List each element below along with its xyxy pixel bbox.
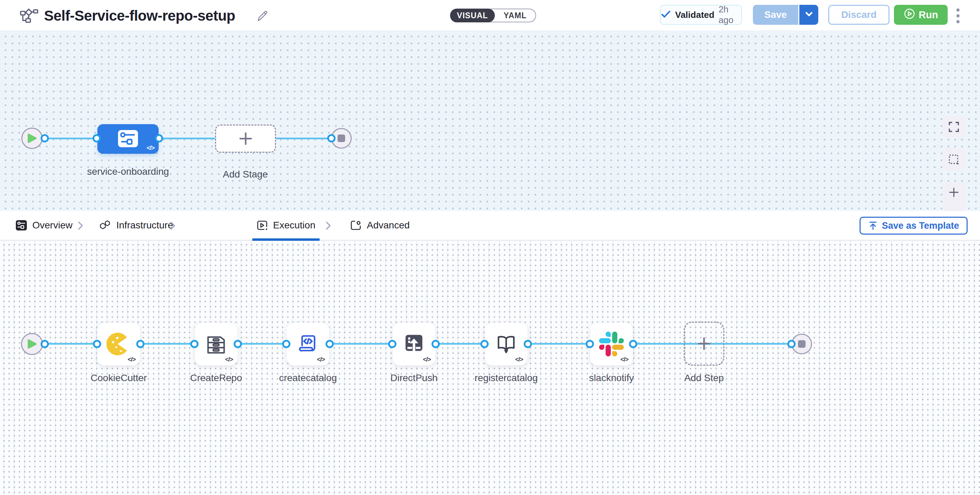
tab-label: Advanced (367, 220, 410, 231)
tab-overview[interactable]: Overview (16, 211, 73, 240)
play-circle-icon (904, 8, 915, 22)
play-icon (27, 133, 37, 143)
add-step-node[interactable] (684, 322, 724, 366)
toggle-visual[interactable]: VISUAL (450, 9, 495, 22)
step-label: createcatalog (267, 371, 349, 385)
connector-port[interactable] (282, 340, 290, 348)
add-step-label: Add Step (663, 371, 745, 385)
play-icon (27, 339, 37, 349)
save-button[interactable]: Save (753, 5, 798, 25)
cookiecutter-icon (106, 331, 132, 357)
code-laptop-icon (296, 332, 320, 356)
zoom-in-button[interactable] (949, 187, 959, 199)
chevron-right-icon (78, 221, 83, 232)
execution-steps-canvas[interactable]: </> </> </> (0, 241, 980, 495)
advanced-gear-icon (350, 220, 361, 230)
connector-port[interactable] (431, 340, 440, 348)
chevron-down-icon (805, 10, 813, 19)
yaml-code-badge: </> (423, 356, 431, 363)
connector-port[interactable] (41, 340, 49, 348)
pipeline-edge (32, 138, 342, 139)
step-node-directpush[interactable]: </> (392, 322, 436, 366)
stop-icon (798, 340, 805, 348)
connector-port[interactable] (388, 340, 396, 348)
connector-port[interactable] (136, 340, 145, 348)
run-label: Run (919, 9, 938, 21)
chevron-right-icon (326, 221, 331, 232)
add-stage-label: Add Stage (204, 167, 286, 182)
stop-icon (337, 135, 345, 142)
drawer-cabinet-icon (204, 332, 228, 356)
fullscreen-icon (949, 122, 959, 132)
step-node-slacknotify[interactable]: </> (590, 322, 633, 366)
page-title: Self-Service-flow-repo-setup (44, 8, 235, 24)
validated-badge[interactable]: Validated 2h ago (660, 5, 742, 25)
save-as-template-button[interactable]: Save as Template (859, 217, 967, 235)
step-node-createcatalog[interactable]: </> (286, 322, 330, 366)
slack-icon (599, 332, 624, 356)
step-label: CookieCutter (78, 371, 160, 385)
connector-port[interactable] (524, 340, 532, 348)
yaml-code-badge: </> (620, 356, 628, 363)
step-node-createrepo[interactable]: </> (194, 322, 238, 366)
toggle-yaml[interactable]: YAML (495, 9, 535, 22)
check-icon (661, 10, 671, 20)
add-stage-node[interactable] (215, 125, 276, 153)
plus-icon (949, 187, 959, 197)
connector-port[interactable] (155, 134, 163, 143)
marquee-select-icon (948, 154, 959, 165)
more-options-button[interactable] (954, 7, 962, 25)
execution-start-node (21, 333, 43, 355)
stage-icon (118, 130, 138, 147)
canvas-fullscreen-button[interactable] (942, 115, 965, 138)
step-label: DirectPush (373, 371, 455, 385)
tab-advanced[interactable]: Advanced (350, 211, 410, 240)
save-options-caret-button[interactable] (798, 5, 818, 25)
save-as-template-label: Save as Template (882, 221, 959, 231)
infrastructure-icon (99, 220, 111, 231)
tab-label: Overview (32, 220, 73, 231)
connector-port[interactable] (326, 340, 334, 348)
open-book-icon (495, 332, 518, 356)
step-node-cookiecutter[interactable]: </> (97, 322, 140, 366)
active-tab-underline (252, 238, 320, 241)
connector-port[interactable] (190, 340, 199, 348)
run-button[interactable]: Run (894, 5, 948, 25)
connector-port[interactable] (480, 340, 488, 348)
plus-icon (238, 131, 253, 146)
pipeline-flowchart-icon (20, 9, 38, 24)
discard-button[interactable]: Discard (828, 5, 889, 25)
step-label: slacknotify (570, 371, 653, 385)
top-header: Self-Service-flow-repo-setup VISUAL YAML… (0, 0, 980, 31)
connector-port[interactable] (41, 134, 49, 143)
yaml-code-badge: </> (515, 356, 523, 363)
yaml-code-badge: </> (128, 356, 135, 363)
tab-label: Execution (273, 220, 315, 231)
connector-port[interactable] (585, 340, 594, 348)
connector-port[interactable] (234, 340, 242, 348)
edit-title-pencil-icon[interactable] (255, 9, 269, 24)
stage-tabbar: Overview Infrastructure Execution Advanc… (0, 211, 980, 241)
upload-template-icon (868, 221, 878, 230)
connector-port[interactable] (92, 134, 101, 143)
execution-icon (257, 220, 268, 230)
upload-box-icon (402, 332, 426, 356)
tab-infrastructure[interactable]: Infrastructure (99, 211, 173, 240)
stage-pipeline-canvas[interactable]: </> service-onboarding Add Stage (0, 31, 980, 211)
plus-icon (697, 336, 711, 351)
canvas-select-button[interactable] (942, 148, 965, 171)
connector-port[interactable] (629, 340, 637, 348)
step-node-registercatalog[interactable]: </> (485, 322, 528, 366)
connector-port[interactable] (327, 134, 336, 143)
yaml-code-badge: </> (225, 356, 233, 363)
overview-icon (16, 220, 27, 230)
yaml-code-badge: </> (146, 144, 154, 152)
validated-time: 2h ago (719, 4, 741, 25)
step-label: CreateRepo (175, 371, 258, 385)
stage-node-service-onboarding[interactable]: </> (97, 124, 159, 154)
connector-port[interactable] (93, 340, 101, 348)
tab-execution[interactable]: Execution (252, 211, 320, 240)
tab-label: Infrastructure (116, 220, 173, 231)
connector-port[interactable] (787, 340, 795, 348)
step-label: registercatalog (465, 371, 547, 385)
